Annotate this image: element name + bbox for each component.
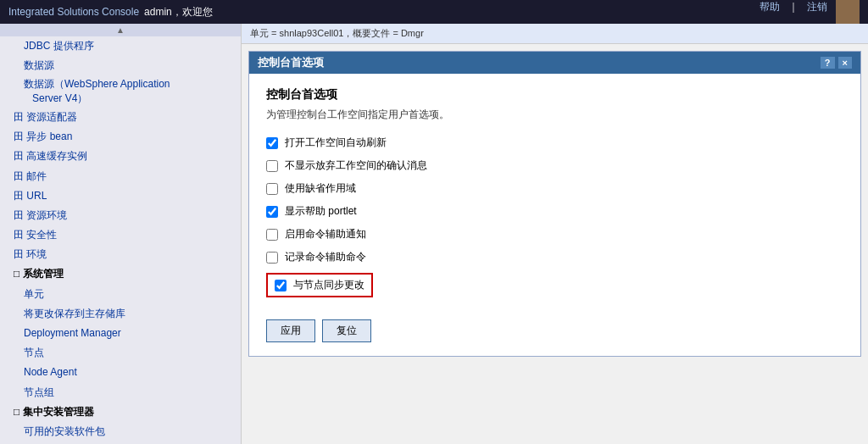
checkbox-label-3[interactable]: 使用缺省作用域 [285,181,356,196]
sidebar-item-system-mgmt[interactable]: □ 系统管理 [0,264,241,284]
panel-header: 控制台首选项 ? × [249,52,860,74]
sidebar-item-resource-env[interactable]: 田 资源环境 [0,206,241,225]
checkbox-show-portlet[interactable] [266,206,278,218]
header-greeting: admin，欢迎您 [144,5,213,19]
sidebar-item-datasource[interactable]: 数据源 [0,56,241,75]
checkbox-row-6: 记录命令辅助命令 [266,250,843,264]
sidebar-item-async-bean[interactable]: 田 异步 bean [0,127,241,147]
layout: ▲ JDBC 提供程序 数据源 数据源（WebSphere Applicatio… [0,24,868,444]
help-link[interactable]: 帮助 [760,0,780,24]
checkbox-label-6[interactable]: 记录命令辅助命令 [285,250,366,264]
sidebar-item-nodes[interactable]: 节点 [0,343,241,363]
sidebar-scroll-up[interactable]: ▲ [0,24,241,36]
sidebar-item-node-agent[interactable]: Node Agent [0,363,241,382]
sidebar-item-deployment-mgr[interactable]: Deployment Manager [0,324,241,343]
app-logo: Integrated Solutions Console [8,6,139,18]
sidebar-item-datasource-v4[interactable]: 数据源（WebSphere Application Server V4） [0,75,241,108]
action-buttons: 应用 复位 [266,319,843,342]
sidebar-item-resource-adapter[interactable]: 田 资源适配器 [0,108,241,127]
checkbox-row-2: 不显示放弃工作空间的确认消息 [266,158,843,173]
checkbox-label-5[interactable]: 启用命令辅助通知 [285,227,366,241]
sidebar-item-cell[interactable]: 单元 [0,285,241,304]
main-content: 单元 = shnlap93Cell01，概要文件 = Dmgr 控制台首选项 ?… [242,24,868,444]
checkbox-row-1: 打开工作空间自动刷新 [266,136,843,150]
sidebar-item-url[interactable]: 田 URL [0,186,241,206]
panel-description: 为管理控制台工作空间指定用户首选项。 [266,108,843,122]
close-icon[interactable]: × [838,57,852,69]
checkbox-cmd-assist-notify[interactable] [266,229,278,241]
sidebar-item-cache[interactable]: 田 高速缓存实例 [0,147,241,166]
preferences-panel: 控制台首选项 ? × 控制台首选项 为管理控制台工作空间指定用户首选项。 打开工… [248,51,861,357]
avatar [836,0,860,24]
help-icon[interactable]: ? [821,57,835,69]
checkbox-auto-refresh[interactable] [266,137,278,149]
header-right: 帮助 ｜ 注销 [760,0,860,24]
sidebar-item-available-packages[interactable]: 可用的安装软件包 [0,422,241,441]
checkbox-row-7-container: 与节点同步更改 [266,273,843,306]
panel-body: 控制台首选项 为管理控制台工作空间指定用户首选项。 打开工作空间自动刷新 不显示… [249,74,860,356]
checkbox-label-4[interactable]: 显示帮助 portlet [285,204,357,219]
checkbox-log-cmd-assist[interactable] [266,252,278,264]
checkbox-label-1[interactable]: 打开工作空间自动刷新 [285,136,387,150]
panel-header-title: 控制台首选项 [258,55,324,70]
sidebar: ▲ JDBC 提供程序 数据源 数据源（WebSphere Applicatio… [0,24,242,444]
checkbox-row-3: 使用缺省作用域 [266,181,843,196]
checkbox-row-7: 与节点同步更改 [266,273,373,297]
logout-link[interactable]: 注销 [807,0,827,24]
sidebar-item-save-changes[interactable]: 将更改保存到主存储库 [0,304,241,324]
sidebar-item-mail[interactable]: 田 邮件 [0,167,241,186]
panel-title: 控制台首选项 [266,87,843,103]
breadcrumb: 单元 = shnlap93Cell01，概要文件 = Dmgr [242,24,868,44]
reset-button[interactable]: 复位 [322,319,371,342]
sidebar-item-central-install[interactable]: □ 集中安装管理器 [0,402,241,422]
header-left: Integrated Solutions Console admin，欢迎您 [8,5,213,19]
header-divider: ｜ [788,0,798,24]
checkbox-label-2[interactable]: 不显示放弃工作空间的确认消息 [285,158,427,173]
checkbox-row-4: 显示帮助 portlet [266,204,843,219]
sidebar-item-security[interactable]: 田 安全性 [0,225,241,245]
checkbox-row-5: 启用命令辅助通知 [266,227,843,241]
checkbox-label-7[interactable]: 与节点同步更改 [293,278,364,292]
apply-button[interactable]: 应用 [266,319,315,342]
checkbox-no-confirm[interactable] [266,160,278,172]
header: Integrated Solutions Console admin，欢迎您 帮… [0,0,868,24]
checkbox-sync-node[interactable] [275,280,287,291]
sidebar-item-environment[interactable]: 田 环境 [0,245,241,264]
checkbox-default-scope[interactable] [266,183,278,195]
sidebar-item-jdbc[interactable]: JDBC 提供程序 [0,36,241,56]
panel-header-icons: ? × [821,57,852,69]
sidebar-item-node-group[interactable]: 节点组 [0,383,241,402]
